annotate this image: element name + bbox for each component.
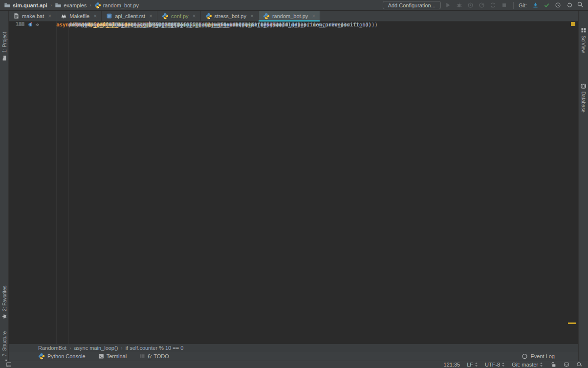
tab-close-icon[interactable]: × <box>312 13 315 19</box>
run-coverage-icon <box>467 2 474 8</box>
git-rollback-icon <box>566 2 572 8</box>
editor-breadcrumb-item[interactable]: if self.counter % 10 == 0 <box>126 345 184 351</box>
tool-button-sciview[interactable]: SciView <box>581 27 587 53</box>
updown-arrows-icon <box>501 362 505 367</box>
todo-list-icon <box>139 353 145 359</box>
make-file-icon <box>61 13 67 19</box>
tool-button-label: 2: Favorites <box>2 285 7 311</box>
updown-arrows-icon <box>540 362 543 367</box>
editor-tab-conf.py[interactable]: conf.py× <box>157 11 200 21</box>
token: \n <box>208 22 214 27</box>
tab-close-icon[interactable]: × <box>93 13 97 19</box>
highlighting-level-icon[interactable] <box>563 361 570 368</box>
tab-close-icon[interactable]: × <box>48 13 51 19</box>
override-method-icon[interactable] <box>28 22 33 27</box>
tool-button-2-favorites[interactable]: 2: Favorites <box>1 285 7 319</box>
warning-stripe-square[interactable] <box>571 22 575 26</box>
editor-tab-api_client.rst[interactable]: api_client.rst× <box>102 11 157 21</box>
git-branch-widget[interactable]: Git: master <box>512 362 543 368</box>
right-margin-guide <box>380 22 380 344</box>
title-breadcrumb-item[interactable]: examples <box>55 2 87 9</box>
event-log-label: Event Log <box>530 353 555 359</box>
tab-label: Makefile <box>69 13 89 19</box>
folder-icon <box>4 2 11 9</box>
breadcrumb-separator-icon: › <box>121 345 122 351</box>
title-breadcrumb-item[interactable]: random_bot.py <box>94 2 139 9</box>
left-tool-strip: 1: Project2: Favorites7: Structure <box>0 11 9 361</box>
editor-breadcrumb-item[interactable]: async main_loop() <box>74 345 118 351</box>
highlighting-level-icon <box>564 362 569 368</box>
indent-guide <box>68 22 69 344</box>
tab-label: conf.py <box>171 13 188 19</box>
tab-label: stress_bot.py <box>215 13 246 19</box>
toolwindow-button-terminal[interactable]: Terminal <box>98 353 127 359</box>
editor-tab-Makefile[interactable]: Makefile× <box>56 11 102 21</box>
right-tool-strip: SciViewDatabase <box>578 11 588 361</box>
title-breadcrumb-label: sim.quant.api <box>13 2 47 8</box>
tab-label: make.bat <box>22 13 44 19</box>
bat-file-icon <box>13 13 20 19</box>
editor-breadcrumb-item[interactable]: RandomBot <box>38 345 66 351</box>
profiler-icon <box>479 2 485 8</box>
git-history-icon[interactable] <box>554 1 562 9</box>
tab-close-icon[interactable]: × <box>149 13 152 19</box>
search-everywhere-icon[interactable] <box>576 0 584 8</box>
toolwindow-toggle-icon[interactable] <box>5 361 13 368</box>
tab-label: api_client.rst <box>115 13 145 19</box>
git-update-icon[interactable] <box>531 1 539 9</box>
editor-tab-make.bat[interactable]: make.bat× <box>9 11 56 21</box>
search-everywhere-icon <box>577 1 584 8</box>
toolwindow-button-label: Terminal <box>107 353 127 359</box>
rerun-icon[interactable] <box>489 1 497 9</box>
tool-button-label: SciView <box>581 36 587 53</box>
rst-file-icon <box>106 13 112 19</box>
editor-tab-stress_bot.py[interactable]: stress_bot.py× <box>201 11 259 21</box>
tool-button-1-project[interactable]: 1: Project <box>1 32 7 61</box>
updates-icon[interactable]: ? <box>575 361 583 368</box>
svg-text:?: ? <box>580 365 582 368</box>
rerun-icon <box>490 2 496 8</box>
stop-icon <box>501 2 507 8</box>
terminal-icon <box>98 353 104 359</box>
run-coverage-icon[interactable] <box>467 1 475 9</box>
title-bar: sim.quant.api›examples›random_bot.py Add… <box>0 0 588 11</box>
lock-open-icon[interactable] <box>550 361 558 368</box>
toolwindow-button-6-todo[interactable]: 6: TODO <box>139 353 169 359</box>
git-commit-icon[interactable] <box>543 1 550 9</box>
python-file-icon <box>94 2 101 9</box>
warning-stripe-dash[interactable] <box>568 322 576 324</box>
run-icon[interactable] <box>444 1 452 9</box>
lock-open-icon <box>551 362 557 368</box>
stop-icon[interactable] <box>501 1 508 9</box>
add-configuration-button[interactable]: Add Configuration... <box>383 1 441 9</box>
tab-close-icon[interactable]: × <box>193 13 196 19</box>
breadcrumb-separator-icon: › <box>88 2 92 8</box>
git-rollback-icon[interactable] <box>565 1 573 9</box>
profiler-icon[interactable] <box>478 1 486 9</box>
toolwindow-button-python-console[interactable]: Python Console <box>38 353 86 360</box>
project-icon <box>1 55 7 61</box>
editor-tab-random_bot.py[interactable]: random_bot.py× <box>259 11 320 21</box>
toolwindow-button-label: 6: TODO <box>148 353 169 359</box>
editor-breadcrumbs: RandomBot›async main_loop()›if self.coun… <box>9 344 578 352</box>
git-history-icon <box>555 2 561 8</box>
tool-button-7-structure[interactable]: 7: Structure <box>1 331 7 365</box>
tab-close-icon[interactable]: × <box>250 13 254 19</box>
git-commit-icon <box>544 2 550 8</box>
tool-button-database[interactable]: Database <box>581 83 587 113</box>
encoding-widget[interactable]: UTF-8 <box>485 362 505 368</box>
caret-position[interactable]: 121:35 <box>444 362 460 368</box>
token: .format(price, msg)) <box>217 22 279 27</box>
event-log-button[interactable]: Event Log <box>522 353 555 360</box>
debug-icon[interactable] <box>456 1 463 9</box>
breadcrumb-separator-icon: › <box>69 345 71 351</box>
toolwindow-button-label: Python Console <box>47 353 86 359</box>
indent-guide <box>56 22 57 344</box>
code-editor[interactable]: 109 debug('Market price changed\nold_pri… <box>9 22 578 344</box>
line-separator-widget[interactable]: LF <box>467 362 478 368</box>
git-update-icon <box>532 2 539 8</box>
updates-icon: ? <box>576 362 582 368</box>
folder-icon <box>55 2 62 9</box>
title-breadcrumb-item[interactable]: sim.quant.api <box>4 2 47 9</box>
ide-window: sim.quant.api›examples›random_bot.py Add… <box>0 0 588 368</box>
